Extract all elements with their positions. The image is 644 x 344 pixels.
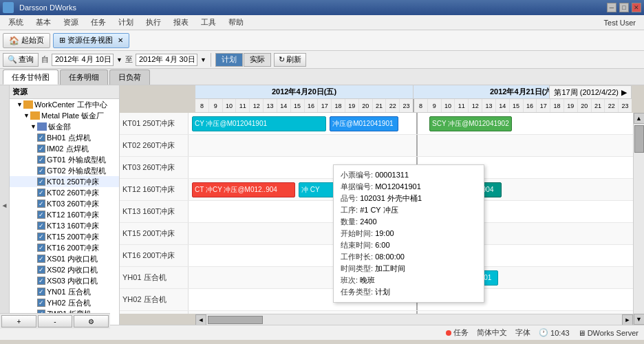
actual-tab[interactable]: 实际	[244, 53, 271, 67]
checkbox-kt01[interactable]: ✓	[37, 178, 45, 186]
maximize-button[interactable]: □	[619, 3, 629, 12]
tree-item-yn01[interactable]: ✓ YN01 压合机	[10, 286, 119, 297]
task-kt01-2[interactable]: 冲压@M012041901	[330, 116, 398, 131]
checkbox-bh01[interactable]: ✓	[37, 133, 45, 142]
task-kt12-1[interactable]: CT 冲CY 冲压@M012..904	[192, 182, 295, 197]
menu-system[interactable]: 系统	[3, 16, 29, 29]
hour-19: 19	[345, 99, 359, 112]
menu-basic[interactable]: 基本	[30, 16, 56, 29]
menu-report[interactable]: 报表	[168, 16, 194, 29]
checkbox-gt02[interactable]: ✓	[37, 166, 45, 175]
tree-item-yh02[interactable]: ✓ YH02 压合机	[10, 297, 119, 308]
checkbox-xs01[interactable]: ✓	[37, 255, 45, 263]
scroll-right-button[interactable]: ►	[622, 314, 633, 325]
tree-item-xs01[interactable]: ✓ XS01 内收口机	[10, 253, 119, 264]
timeline-kt01: CY 冲压@M012041901 冲压@M012041901 SCY 冲压@M0…	[189, 113, 644, 134]
checkbox-im02[interactable]: ✓	[37, 144, 45, 153]
refresh-button[interactable]: ↻ 刷新	[274, 53, 306, 67]
tree-item-kt02[interactable]: ✓ KT02 260T冲床	[10, 187, 119, 198]
tree-item-gt01[interactable]: ✓ GT01 外输成型机	[10, 154, 119, 165]
resource-name-zw01: ZW01 折弯机	[120, 311, 189, 314]
tab-detail[interactable]: 任务明细	[60, 69, 108, 85]
resource-name-kt12: KT12 160T冲床	[120, 179, 189, 200]
checkbox-kt15[interactable]: ✓	[37, 233, 45, 241]
hour-15: 15	[291, 99, 305, 112]
panel-toggle[interactable]: ◄	[0, 85, 10, 325]
checkbox-kt02[interactable]: ✓	[37, 189, 45, 197]
query-button[interactable]: 🔍 查询	[3, 53, 39, 67]
tree-item-metalplate[interactable]: ▼ Metal Plate 钣金厂	[10, 110, 119, 121]
checkbox-xs03[interactable]: ✓	[37, 277, 45, 285]
scroll-left-button[interactable]: ◄	[195, 314, 206, 325]
task-kt01-1[interactable]: CY 冲压@M012041901	[192, 116, 326, 131]
checkbox-yn01[interactable]: ✓	[37, 288, 45, 296]
sidebar-header: 资源	[10, 85, 119, 99]
tree-item-kt12[interactable]: ✓ KT12 160T冲床	[10, 209, 119, 220]
to-date-dropdown-icon[interactable]: ▼	[200, 56, 206, 63]
menu-task[interactable]: 任务	[85, 16, 111, 29]
tree-item-kt16[interactable]: ✓ KT16 200T冲床	[10, 242, 119, 253]
checkbox-kt13[interactable]: ✓	[37, 222, 45, 230]
toolbar: 🏠 起始页 ⊞ 资源任务视图 ✕	[0, 30, 644, 51]
resource-view-tab[interactable]: ⊞ 资源任务视图 ✕	[53, 33, 129, 48]
resource-row-kt01: KT01 250T冲床 CY 冲压@M012041901 冲压@M0120419…	[120, 113, 644, 135]
checkbox-kt16[interactable]: ✓	[37, 244, 45, 252]
hour-23: 23	[400, 99, 413, 112]
scroll-down-button[interactable]: ▼	[634, 314, 645, 325]
tooltip-row-2: 单据编号: MO12041901	[341, 181, 477, 193]
menu-resource[interactable]: 资源	[58, 16, 84, 29]
sidebar-remove-button[interactable]: -	[38, 315, 73, 325]
scroll-thumb[interactable]	[634, 125, 644, 153]
checkbox-gt01[interactable]: ✓	[37, 155, 45, 164]
hscroll-thumb[interactable]	[208, 316, 263, 324]
home-icon: 🏠	[9, 36, 19, 45]
hour2-11: 11	[455, 99, 469, 112]
menu-execute[interactable]: 执行	[140, 16, 167, 29]
tooltip-row-6: 开始时间: 19:00	[341, 228, 477, 239]
plan-tab[interactable]: 计划	[215, 53, 243, 67]
tree-item-kt13[interactable]: ✓ KT13 160T冲床	[10, 220, 119, 231]
home-tab[interactable]: 🏠 起始页	[3, 33, 50, 48]
tree-label-kt03: KT03 260T冲床	[47, 199, 99, 209]
tab-load[interactable]: 日负荷	[109, 69, 150, 85]
menu-plan[interactable]: 计划	[113, 16, 139, 29]
sidebar-settings-button[interactable]: ⚙	[74, 315, 109, 325]
status-language: 简体中文	[477, 327, 507, 338]
task-kt01-3[interactable]: SCY 冲压@M012041902	[429, 116, 512, 131]
hour-21: 21	[373, 99, 387, 112]
tree-item-gt02[interactable]: ✓ GT02 外输成型机	[10, 165, 119, 176]
vertical-scrollbar[interactable]: ▲ ▼	[633, 113, 644, 325]
hour-22: 22	[386, 99, 400, 112]
tree-item-bh01[interactable]: ✓ BH01 点焊机	[10, 132, 119, 143]
tree-item-kt01[interactable]: ✓ KT01 250T冲床	[10, 176, 119, 187]
tab-gantt[interactable]: 任务甘特图	[3, 69, 58, 85]
checkbox-kt03[interactable]: ✓	[37, 200, 45, 208]
to-date-input[interactable]	[136, 54, 197, 66]
menu-help[interactable]: 帮助	[223, 16, 249, 29]
close-tab-icon[interactable]: ✕	[118, 36, 123, 44]
scroll-up-button[interactable]: ▲	[634, 113, 645, 124]
hour2-17: 17	[537, 99, 550, 112]
hour2-14: 14	[496, 99, 510, 112]
tree-item-xs03[interactable]: ✓ XS03 内收口机	[10, 275, 119, 286]
from-date-input[interactable]	[52, 54, 114, 66]
tree-item-im02[interactable]: ✓ IM02 点焊机	[10, 143, 119, 154]
user-label: Test User	[604, 19, 641, 27]
menu-tools[interactable]: 工具	[195, 16, 222, 29]
week-nav-right[interactable]: ▶	[621, 88, 627, 97]
sidebar-add-button[interactable]: +	[10, 315, 36, 325]
minimize-button[interactable]: ─	[607, 3, 616, 12]
tree-item-xs02[interactable]: ✓ XS02 内收口机	[10, 264, 119, 275]
timeline-kt02	[189, 135, 644, 156]
checkbox-kt12[interactable]: ✓	[37, 211, 45, 219]
close-button[interactable]: ✕	[632, 3, 641, 12]
checkbox-xs02[interactable]: ✓	[37, 266, 45, 274]
tree-item-workcenter[interactable]: ▼ WorkCenter 工作中心	[10, 99, 119, 110]
tree-item-kt15[interactable]: ✓ KT15 200T冲床	[10, 231, 119, 242]
hour-13: 13	[264, 99, 277, 112]
tree-item-dept[interactable]: ▼ 钣金部	[10, 121, 119, 132]
date-dropdown-icon[interactable]: ▼	[116, 56, 122, 63]
tree-item-kt03[interactable]: ✓ KT03 260T冲床	[10, 198, 119, 209]
horizontal-scrollbar[interactable]: ◄ ►	[195, 314, 633, 325]
checkbox-yh02[interactable]: ✓	[37, 299, 45, 307]
